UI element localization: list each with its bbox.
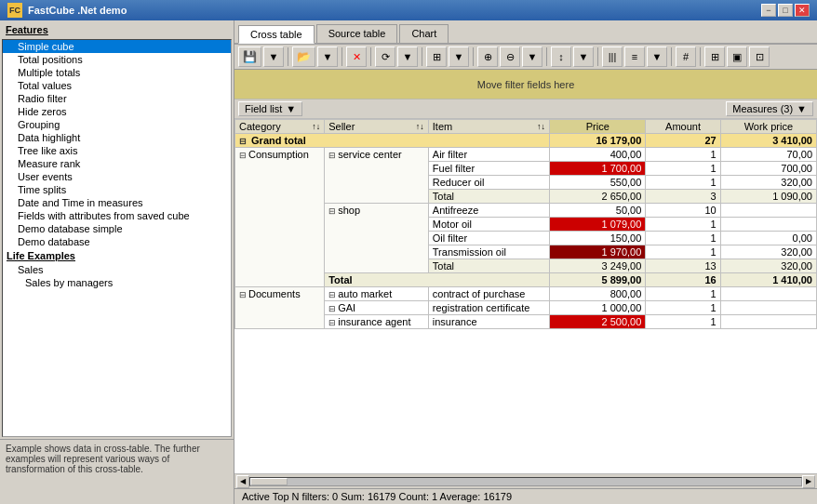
scroll-left-button[interactable]: ◀ (236, 475, 249, 488)
consumption-total-price: 5 899,00 (550, 273, 646, 287)
category-sort-icon[interactable]: ↑↓ (312, 122, 320, 131)
sidebar-item-radiofilter[interactable]: Radio filter (3, 92, 231, 105)
sidebar-item-timesplits[interactable]: Time splits (3, 183, 231, 196)
save-button[interactable]: 💾 (238, 46, 261, 67)
fuelfilter-workprice: 700,00 (720, 162, 816, 176)
sidebar-item-treelikeaxis[interactable]: Tree like axis (3, 144, 231, 157)
measures-button[interactable]: Measures (3) ▼ (726, 101, 813, 116)
servicecenter-expand-icon[interactable]: ⊟ (328, 151, 336, 160)
reduceroil-amount: 1 (646, 176, 720, 190)
oilfilter-workprice: 0,00 (720, 232, 816, 245)
sidebar-item-salesbymanagers[interactable]: Sales by managers (3, 276, 231, 289)
insurance-cell: insurance (428, 315, 549, 329)
sidebar-item-datetimemeasures[interactable]: Date and Time in measures (3, 196, 231, 209)
shop-expand-icon[interactable]: ⊟ (328, 206, 336, 216)
seller-sort-icon[interactable]: ↑↓ (416, 122, 424, 131)
scroll-right-button[interactable]: ▶ (802, 475, 815, 488)
toolbar-sep-6 (546, 47, 547, 66)
minimize-button[interactable]: − (761, 4, 776, 17)
open-dropdown[interactable]: ▼ (317, 46, 338, 67)
sort-button[interactable]: ↕ (551, 46, 571, 67)
refresh-button[interactable]: ⟳ (375, 46, 395, 67)
sidebar-item-userevents[interactable]: User events (3, 170, 231, 183)
grand-total-expand-icon[interactable]: ⊟ (239, 137, 247, 146)
airfilter-price: 400,00 (550, 148, 646, 162)
sidebar-item-sales[interactable]: Sales (3, 263, 231, 276)
sidebar-item-hidezeros[interactable]: Hide zeros (3, 105, 231, 118)
tab-crosstable[interactable]: Cross table (238, 25, 315, 44)
chart2-button[interactable]: ▣ (727, 46, 747, 67)
sidebar-item-totalpositions[interactable]: Total positions (3, 53, 231, 66)
sidebar-item-grouping[interactable]: Grouping (3, 118, 231, 131)
close-button[interactable]: ✕ (795, 4, 810, 17)
consumption-expand-icon[interactable]: ⊟ (239, 151, 247, 160)
transmissionoil-cell: Transmission oil (428, 245, 549, 259)
scroll-track[interactable] (249, 477, 802, 486)
airfilter-workprice: 70,00 (720, 148, 816, 162)
oilfilter-price: 150,00 (550, 232, 646, 245)
plusminus-dropdown[interactable]: ▼ (522, 46, 542, 67)
motoroil-workprice (720, 218, 816, 232)
sidebar-item-fieldattributes[interactable]: Fields with attributes from saved cube (3, 209, 231, 222)
toolbar-sep-4 (422, 47, 422, 66)
sidebar-item-simplecube[interactable]: Simple cube (3, 40, 231, 53)
tab-bar: Cross table Source table Chart (234, 20, 817, 45)
columns-button[interactable]: ||| (602, 46, 623, 67)
features-header: Features (0, 20, 234, 37)
plus-button[interactable]: ⊕ (477, 46, 498, 67)
sidebar-item-demodatabasesimple[interactable]: Demo database simple (3, 222, 231, 235)
life-examples-header: Life Examples (3, 248, 231, 263)
consumption-total-workprice: 1 410,00 (720, 273, 816, 287)
documents-cell: ⊟Documents (235, 287, 325, 329)
antifreeze-cell: Antifreeze (428, 204, 549, 218)
scroll-thumb[interactable] (250, 478, 288, 485)
sort-dropdown[interactable]: ▼ (573, 46, 594, 67)
grid-dropdown[interactable]: ▼ (449, 46, 469, 67)
field-list-label: Field list (245, 103, 282, 114)
toolbar-sep-8 (671, 47, 672, 66)
lines-dropdown[interactable]: ▼ (647, 46, 667, 67)
amount-header: Amount (646, 120, 720, 134)
motoroil-amount: 1 (646, 218, 720, 232)
item-sort-icon[interactable]: ↑↓ (537, 122, 545, 131)
lines-button[interactable]: ≡ (624, 46, 645, 67)
toolbar-sep-1 (288, 47, 288, 66)
insuranceagent-expand-icon[interactable]: ⊟ (328, 318, 336, 327)
tab-chart[interactable]: Chart (399, 24, 449, 43)
oilfilter-amount: 1 (646, 232, 720, 245)
documents-expand-icon[interactable]: ⊟ (239, 290, 247, 299)
grid2-button[interactable]: ⊞ (704, 46, 725, 67)
content-area: Cross table Source table Chart 💾 ▼ 📂 ▼ ✕… (234, 20, 817, 504)
hash-button[interactable]: # (676, 46, 696, 67)
insuranceagent-cell: ⊟insurance agent (325, 315, 429, 329)
sidebar-item-demodatabase[interactable]: Demo database (3, 235, 231, 248)
sidebar-item-totalvalues[interactable]: Total values (3, 79, 231, 92)
sidebar-item-multipletotals[interactable]: Multiple totals (3, 66, 231, 79)
automarket-expand-icon[interactable]: ⊟ (328, 290, 336, 299)
title-bar: FC FastCube .Net demo − □ ✕ (0, 0, 817, 20)
field-list-button[interactable]: Field list ▼ (238, 101, 302, 116)
automarket-cell: ⊟auto market (325, 287, 429, 301)
delete-button[interactable]: ✕ (346, 46, 367, 67)
sidebar-list: Simple cube Total positions Multiple tot… (2, 39, 232, 437)
toolbar-sep-3 (370, 47, 371, 66)
motoroil-cell: Motor oil (428, 218, 549, 232)
refresh-dropdown[interactable]: ▼ (397, 46, 418, 67)
gai-expand-icon[interactable]: ⊟ (328, 304, 336, 313)
sidebar-item-measurerank[interactable]: Measure rank (3, 157, 231, 170)
open-button[interactable]: 📂 (292, 46, 315, 67)
field-list-dropdown-icon: ▼ (286, 103, 296, 114)
save-dropdown[interactable]: ▼ (263, 46, 284, 67)
grand-total-amount: 27 (646, 134, 720, 148)
sidebar-item-datahighlight[interactable]: Data highlight (3, 131, 231, 144)
pie-button[interactable]: ⊡ (749, 46, 770, 67)
consumption-total-amount: 16 (646, 273, 720, 287)
tab-sourcetable[interactable]: Source table (316, 24, 398, 43)
crosstable-container: Category ↑↓ Seller ↑↓ (234, 119, 817, 473)
maximize-button[interactable]: □ (778, 4, 793, 17)
grid-button[interactable]: ⊞ (426, 46, 447, 67)
sidebar: Features Simple cube Total positions Mul… (0, 20, 234, 504)
minus-button[interactable]: ⊖ (500, 46, 520, 67)
toolbar-sep-5 (473, 47, 474, 66)
header-controls: Field list ▼ Measures (3) ▼ (234, 99, 817, 119)
